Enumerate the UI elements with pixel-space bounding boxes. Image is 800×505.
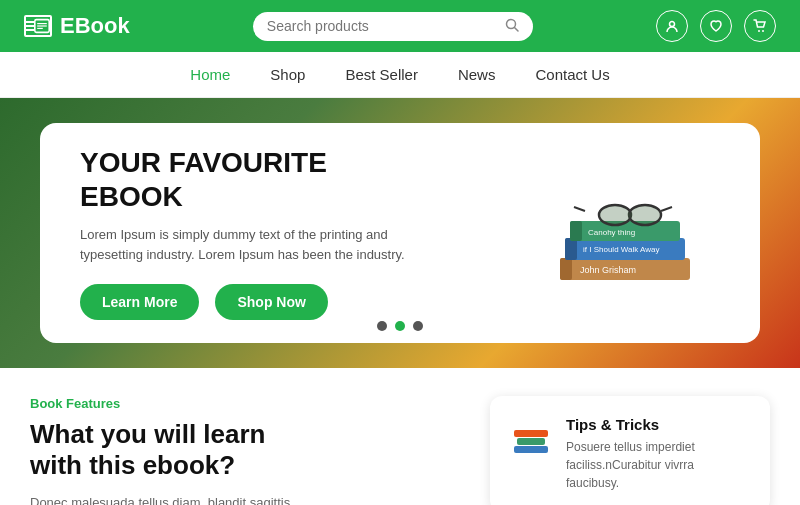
tips-icon: [510, 416, 552, 458]
heart-icon[interactable]: [700, 10, 732, 42]
book-features: Book Features What you will learn with t…: [30, 396, 460, 505]
svg-point-6: [670, 22, 675, 27]
hero-text: YOUR FAVOURITE EBOOK Lorem Ipsum is simp…: [80, 146, 440, 320]
user-icon[interactable]: [656, 10, 688, 42]
nav: Home Shop Best Seller News Contact Us: [0, 52, 800, 98]
dot-1[interactable]: [377, 321, 387, 331]
svg-point-24: [630, 206, 660, 224]
svg-text:Canohy thing: Canohy thing: [588, 228, 635, 237]
features-label: Book Features: [30, 396, 460, 411]
carousel-dots: [377, 321, 423, 331]
tips-title: Tips & Tricks: [566, 416, 750, 433]
logo[interactable]: EBook: [24, 13, 130, 39]
nav-item-news[interactable]: News: [458, 66, 496, 83]
svg-rect-27: [514, 430, 548, 437]
hero-card: YOUR FAVOURITE EBOOK Lorem Ipsum is simp…: [40, 123, 760, 343]
header: EBook: [0, 0, 800, 52]
dot-2[interactable]: [395, 321, 405, 331]
hero-section: YOUR FAVOURITE EBOOK Lorem Ipsum is simp…: [0, 98, 800, 368]
tips-text-area: Tips & Tricks Posuere tellus imperdiet f…: [566, 416, 750, 492]
search-button[interactable]: [505, 18, 519, 35]
svg-rect-16: [570, 221, 582, 241]
nav-item-contact-us[interactable]: Contact Us: [535, 66, 609, 83]
svg-point-8: [762, 30, 764, 32]
nav-item-best-seller[interactable]: Best Seller: [345, 66, 418, 83]
books-illustration: John Grisham if I Should Walk Away Canoh…: [530, 173, 710, 293]
svg-text:if I Should Walk Away: if I Should Walk Away: [583, 245, 659, 254]
nav-item-shop[interactable]: Shop: [270, 66, 305, 83]
features-title: What you will learn with this ebook?: [30, 419, 460, 481]
cart-icon[interactable]: [744, 10, 776, 42]
svg-rect-25: [514, 446, 548, 453]
svg-point-23: [600, 206, 630, 224]
svg-line-22: [661, 207, 672, 211]
hero-buttons: Learn More Shop Now: [80, 284, 440, 320]
svg-rect-10: [560, 258, 572, 280]
svg-point-7: [758, 30, 760, 32]
hero-image: John Grisham if I Should Walk Away Canoh…: [520, 168, 720, 298]
bottom-section: Book Features What you will learn with t…: [0, 368, 800, 505]
header-icons: [656, 10, 776, 42]
features-description: Donec malesuada tellus diam, blandit sag…: [30, 493, 460, 505]
nav-item-home[interactable]: Home: [190, 66, 230, 83]
tips-description: Posuere tellus imperdiet faciliss.nCurab…: [566, 438, 750, 492]
svg-line-21: [574, 207, 585, 211]
svg-text:John Grisham: John Grisham: [580, 265, 636, 275]
search-bar[interactable]: [253, 12, 533, 41]
svg-rect-26: [517, 438, 545, 445]
logo-text: EBook: [60, 13, 130, 39]
dot-3[interactable]: [413, 321, 423, 331]
search-input[interactable]: [267, 18, 497, 34]
logo-icon: [24, 15, 52, 37]
tips-card: Tips & Tricks Posuere tellus imperdiet f…: [490, 396, 770, 505]
learn-more-button[interactable]: Learn More: [80, 284, 199, 320]
hero-title: YOUR FAVOURITE EBOOK: [80, 146, 440, 213]
svg-line-5: [514, 27, 518, 31]
svg-rect-13: [565, 238, 577, 260]
hero-description: Lorem Ipsum is simply dummy text of the …: [80, 225, 440, 264]
shop-now-button[interactable]: Shop Now: [215, 284, 327, 320]
